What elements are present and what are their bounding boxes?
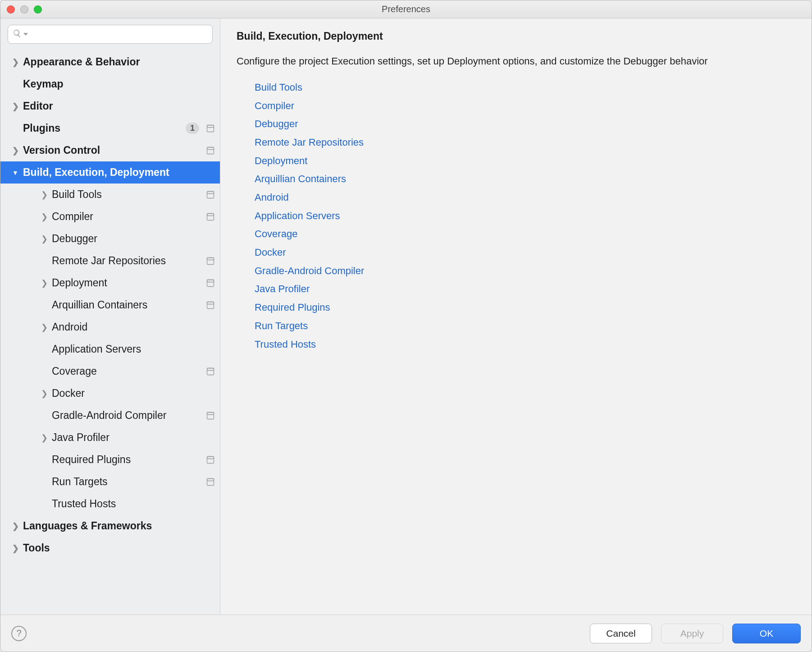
project-scope-icon (205, 477, 215, 487)
tree-item[interactable]: Keymap (0, 73, 220, 95)
page-description: Configure the project Execution settings… (237, 54, 746, 69)
svg-rect-2 (207, 147, 214, 154)
tree-item[interactable]: Plugins1 (0, 117, 220, 139)
ok-button[interactable]: OK (732, 624, 801, 643)
project-scope-icon (205, 124, 215, 133)
settings-link[interactable]: Compiler (255, 97, 795, 115)
chevron-right-icon[interactable]: ❯ (39, 278, 49, 288)
chevron-down-icon[interactable]: ▼ (10, 169, 20, 176)
tree-item[interactable]: ❯Appearance & Behavior (0, 51, 220, 73)
tree-item[interactable]: Required Plugins (0, 449, 220, 471)
help-button[interactable]: ? (11, 626, 27, 641)
svg-rect-1 (207, 125, 214, 127)
settings-link[interactable]: Gradle-Android Compiler (255, 262, 795, 280)
chevron-right-icon[interactable]: ❯ (10, 101, 20, 111)
tree-item[interactable]: ❯Tools (0, 537, 220, 559)
tree-item-label: Tools (23, 542, 215, 554)
tree-item[interactable]: Trusted Hosts (0, 493, 220, 515)
svg-rect-11 (207, 280, 214, 282)
tree-item[interactable]: ❯Build Tools (0, 184, 220, 206)
svg-rect-21 (207, 478, 214, 481)
tree-item[interactable]: Run Targets (0, 471, 220, 493)
project-scope-icon (205, 212, 215, 222)
svg-rect-19 (207, 456, 214, 459)
settings-link[interactable]: Java Profiler (255, 280, 795, 298)
svg-rect-7 (207, 213, 214, 216)
chevron-right-icon[interactable]: ❯ (10, 543, 20, 553)
settings-link[interactable]: Docker (255, 243, 795, 262)
chevron-right-icon[interactable]: ❯ (10, 146, 20, 156)
settings-link[interactable]: Remote Jar Repositories (255, 133, 795, 152)
tree-item[interactable]: Coverage (0, 360, 220, 382)
tree-item[interactable]: ❯Deployment (0, 272, 220, 294)
tree-item[interactable]: ❯Version Control (0, 139, 220, 161)
tree-item-label: Languages & Frameworks (23, 520, 215, 532)
tree-item[interactable]: ❯Docker (0, 382, 220, 404)
sidebar: ❯Appearance & BehaviorKeymap❯EditorPlugi… (0, 18, 220, 615)
tree-item-label: Remote Jar Repositories (52, 255, 203, 267)
tree-item[interactable]: Arquillian Containers (0, 294, 220, 316)
tree-item[interactable]: ❯Android (0, 316, 220, 338)
chevron-right-icon[interactable]: ❯ (39, 234, 49, 244)
chevron-right-icon[interactable]: ❯ (10, 521, 20, 531)
settings-link[interactable]: Application Servers (255, 207, 795, 225)
body: ❯Appearance & BehaviorKeymap❯EditorPlugi… (0, 18, 812, 615)
chevron-right-icon[interactable]: ❯ (39, 190, 49, 200)
tree-item[interactable]: ❯Debugger (0, 228, 220, 250)
tree-item[interactable]: Application Servers (0, 338, 220, 360)
tree-item-label: Build Tools (52, 188, 203, 201)
chevron-right-icon[interactable]: ❯ (10, 57, 20, 67)
tree-item-label: Gradle-Android Compiler (52, 409, 203, 422)
svg-rect-8 (207, 257, 214, 264)
search-input[interactable] (31, 29, 208, 40)
search-dropdown-icon[interactable] (23, 33, 28, 36)
project-scope-icon (205, 190, 215, 200)
chevron-right-icon[interactable]: ❯ (39, 322, 49, 332)
svg-rect-17 (207, 412, 214, 414)
settings-link[interactable]: Required Plugins (255, 298, 795, 317)
settings-link[interactable]: Deployment (255, 152, 795, 170)
settings-link[interactable]: Trusted Hosts (255, 335, 795, 354)
settings-link[interactable]: Coverage (255, 225, 795, 243)
svg-rect-18 (207, 456, 214, 463)
tree-item[interactable]: ▼Build, Execution, Deployment (0, 161, 220, 184)
svg-rect-14 (207, 368, 214, 375)
settings-link[interactable]: Run Targets (255, 317, 795, 335)
tree-item-label: Run Targets (52, 476, 203, 488)
settings-link[interactable]: Arquillian Containers (255, 170, 795, 188)
tree-item[interactable]: ❯Compiler (0, 206, 220, 228)
svg-rect-15 (207, 368, 214, 370)
settings-link[interactable]: Android (255, 188, 795, 207)
cancel-button[interactable]: Cancel (590, 624, 652, 643)
main-pane: Build, Execution, Deployment Configure t… (220, 18, 812, 615)
settings-link[interactable]: Build Tools (255, 78, 795, 97)
search-field[interactable] (8, 25, 213, 44)
tree-item[interactable]: ❯Java Profiler (0, 427, 220, 449)
chevron-right-icon[interactable]: ❯ (39, 389, 49, 399)
svg-rect-6 (207, 213, 214, 220)
project-scope-icon (205, 256, 215, 266)
tree-item-label: Appearance & Behavior (23, 56, 215, 68)
tree-item[interactable]: ❯Languages & Frameworks (0, 515, 220, 537)
tree-item[interactable]: Remote Jar Repositories (0, 250, 220, 272)
tree-item[interactable]: Gradle-Android Compiler (0, 404, 220, 427)
tree-item-label: Keymap (23, 78, 215, 90)
project-scope-icon (205, 300, 215, 310)
tree-item-label: Trusted Hosts (52, 498, 215, 510)
help-icon: ? (16, 628, 21, 638)
svg-rect-5 (207, 191, 214, 193)
link-list: Build ToolsCompilerDebuggerRemote Jar Re… (237, 78, 795, 354)
tree-item-label: Java Profiler (52, 432, 215, 444)
search-icon (13, 29, 22, 40)
project-scope-icon (205, 278, 215, 288)
svg-rect-10 (207, 280, 214, 286)
chevron-right-icon[interactable]: ❯ (39, 212, 49, 222)
settings-link[interactable]: Debugger (255, 115, 795, 133)
tree-item[interactable]: ❯Editor (0, 95, 220, 117)
window-title: Preferences (0, 4, 812, 14)
titlebar: Preferences (0, 0, 812, 18)
svg-rect-9 (207, 257, 214, 260)
chevron-right-icon[interactable]: ❯ (39, 433, 49, 443)
svg-rect-13 (207, 302, 214, 304)
svg-rect-16 (207, 412, 214, 419)
